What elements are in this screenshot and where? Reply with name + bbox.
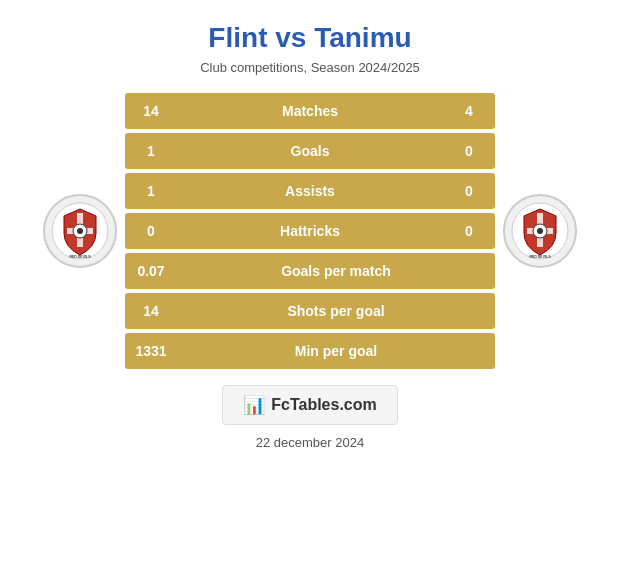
stat-row-1: 1 Goals 0	[125, 133, 495, 169]
stat-right-1: 0	[443, 143, 495, 159]
page-title: Flint vs Tanimu	[208, 22, 411, 54]
stat-left-5: 14	[125, 303, 177, 319]
stat-label-0: Matches	[177, 103, 443, 119]
stat-right-3: 0	[443, 223, 495, 239]
stat-label-5: Shots per goal	[177, 303, 495, 319]
stat-label-2: Assists	[177, 183, 443, 199]
footer-logo-area: 📊 FcTables.com	[222, 385, 398, 425]
footer-date: 22 december 2024	[256, 435, 364, 450]
svg-point-4	[77, 228, 83, 234]
svg-point-10	[537, 228, 543, 234]
stat-right-0: 4	[443, 103, 495, 119]
svg-text:RED DEVILS: RED DEVILS	[529, 255, 551, 259]
stat-left-2: 1	[125, 183, 177, 199]
stats-table: 14 Matches 4 1 Goals 0 1 Assists 0 0 Hat…	[125, 93, 495, 369]
stat-right-2: 0	[443, 183, 495, 199]
stat-row-0: 14 Matches 4	[125, 93, 495, 129]
stat-left-1: 1	[125, 143, 177, 159]
subtitle: Club competitions, Season 2024/2025	[200, 60, 420, 75]
left-team-logo: RED DEVILS	[35, 194, 125, 268]
stat-row-2: 1 Assists 0	[125, 173, 495, 209]
stat-row-6: 1331 Min per goal	[125, 333, 495, 369]
content-area: RED DEVILS 14 Matches 4 1 Goals 0 1 Assi…	[0, 93, 620, 369]
stat-left-4: 0.07	[125, 263, 177, 279]
stat-label-3: Hattricks	[177, 223, 443, 239]
stat-left-0: 14	[125, 103, 177, 119]
stat-left-3: 0	[125, 223, 177, 239]
right-team-logo: RED DEVILS	[495, 194, 585, 268]
stat-row-5: 14 Shots per goal	[125, 293, 495, 329]
fctables-badge: 📊 FcTables.com	[222, 385, 398, 425]
svg-text:RED DEVILS: RED DEVILS	[69, 255, 91, 259]
stat-label-1: Goals	[177, 143, 443, 159]
stat-label-4: Goals per match	[177, 263, 495, 279]
fctables-text: FcTables.com	[271, 396, 377, 414]
stat-left-6: 1331	[125, 343, 177, 359]
stat-label-6: Min per goal	[177, 343, 495, 359]
stat-row-3: 0 Hattricks 0	[125, 213, 495, 249]
chart-icon: 📊	[243, 394, 265, 416]
stat-row-4: 0.07 Goals per match	[125, 253, 495, 289]
